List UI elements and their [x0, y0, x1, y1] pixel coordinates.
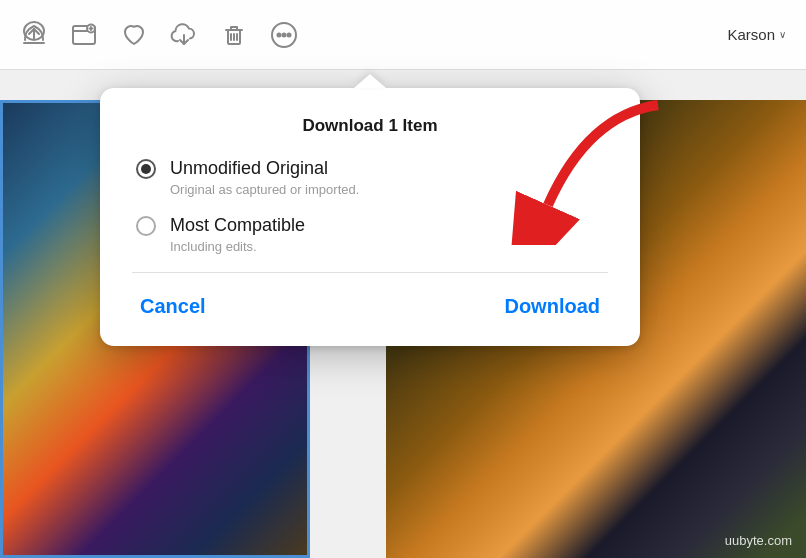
user-menu[interactable]: Karson ∨ — [727, 26, 786, 43]
popup-actions: Cancel Download — [132, 291, 608, 322]
option-unmodified[interactable]: Unmodified Original Original as captured… — [132, 158, 608, 197]
option-most-compatible[interactable]: Most Compatible Including edits. — [132, 215, 608, 254]
option-unmodified-desc: Original as captured or imported. — [170, 182, 608, 197]
download-button[interactable]: Download — [496, 291, 608, 322]
radio-unmodified[interactable] — [136, 159, 156, 179]
watermark: uubyte.com — [725, 533, 792, 548]
cancel-button[interactable]: Cancel — [132, 291, 214, 322]
user-name: Karson — [727, 26, 775, 43]
download-popup: Download 1 Item Unmodified Original Orig… — [100, 88, 640, 346]
upload-icon[interactable] — [20, 21, 48, 49]
option-most-compatible-label: Most Compatible — [170, 215, 305, 236]
popup-title: Download 1 Item — [132, 116, 608, 136]
radio-most-compatible[interactable] — [136, 216, 156, 236]
svg-point-11 — [278, 33, 281, 36]
more-icon[interactable] — [270, 21, 298, 49]
toolbar-icons — [20, 21, 703, 49]
svg-point-12 — [283, 33, 286, 36]
option-most-compatible-desc: Including edits. — [170, 239, 608, 254]
add-to-album-icon[interactable] — [70, 21, 98, 49]
delete-icon[interactable] — [220, 21, 248, 49]
svg-point-13 — [288, 33, 291, 36]
toolbar: Karson ∨ — [0, 0, 806, 70]
download-cloud-icon[interactable] — [170, 21, 198, 49]
favorite-icon[interactable] — [120, 21, 148, 49]
user-caret-icon: ∨ — [779, 29, 786, 40]
popup-divider — [132, 272, 608, 273]
option-unmodified-label: Unmodified Original — [170, 158, 328, 179]
